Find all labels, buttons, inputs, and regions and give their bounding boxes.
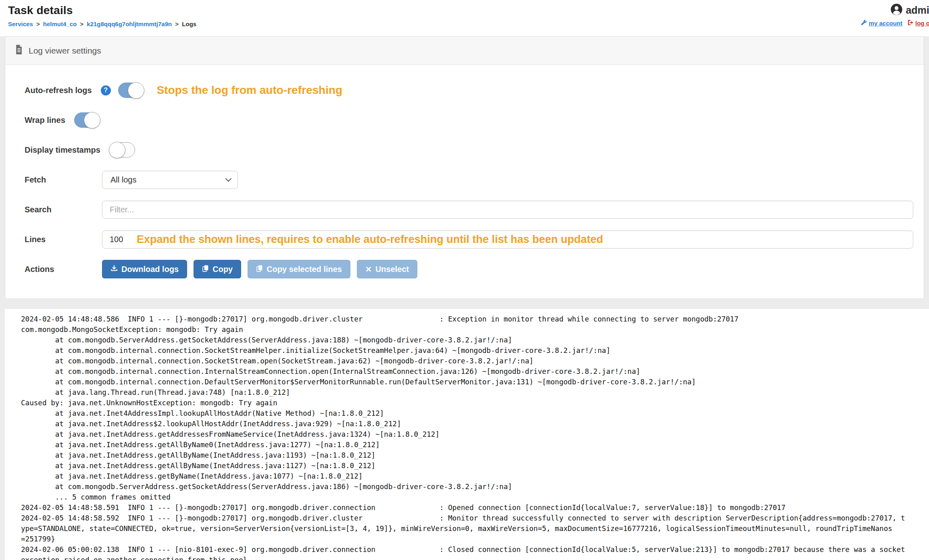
lines-input[interactable] <box>102 230 913 249</box>
user-name: admin <box>906 4 929 16</box>
x-icon: ✕ <box>365 265 372 274</box>
log-viewer-settings-card: Log viewer settings Auto-refresh logs ? … <box>5 36 924 299</box>
log-panel: 2024-02-05 14:48:48.586 INFO 1 --- [}-mo… <box>5 309 929 560</box>
auto-refresh-toggle[interactable] <box>118 83 144 98</box>
top-header: Task details Services > helmut4_co > k21… <box>0 0 929 36</box>
unselect-button[interactable]: ✕Unselect <box>357 260 417 278</box>
display-timestamps-label: Display timestamps <box>25 145 100 155</box>
breadcrumb-link[interactable]: helmut4_co <box>43 21 77 27</box>
action-buttons: Download logsCopyCopy selected lines✕Uns… <box>102 260 417 278</box>
fetch-select[interactable]: All logs <box>102 171 238 189</box>
fetch-label: Fetch <box>25 175 102 185</box>
row-auto-refresh: Auto-refresh logs ? Stops the log from a… <box>25 81 918 100</box>
row-search: Search <box>25 200 918 219</box>
my-account-link[interactable]: my account <box>861 19 902 27</box>
copy-icon <box>256 265 263 274</box>
copy-selected-lines-button[interactable]: Copy selected lines <box>248 260 350 278</box>
log-out-link[interactable]: log out <box>907 19 929 27</box>
copy-icon <box>202 265 209 274</box>
card-header: Log viewer settings <box>5 37 924 65</box>
breadcrumb-link[interactable]: Services <box>8 21 33 27</box>
log-output[interactable]: 2024-02-05 14:48:48.586 INFO 1 --- [}-mo… <box>21 314 929 560</box>
copy-button[interactable]: Copy <box>194 260 241 278</box>
log-out-icon <box>907 19 914 27</box>
breadcrumb: Services > helmut4_co > k21g8qqq6g7ohljt… <box>8 21 929 27</box>
row-actions: Actions Download logsCopyCopy selected l… <box>25 260 918 278</box>
row-wrap-lines: Wrap lines <box>25 111 918 129</box>
wrap-lines-toggle[interactable] <box>74 112 100 128</box>
auto-refresh-label: Auto-refresh logs <box>25 86 92 95</box>
breadcrumb-current: Logs <box>182 21 196 27</box>
page-title: Task details <box>8 4 929 17</box>
auto-refresh-annotation: Stops the log from auto-refreshing <box>157 84 342 97</box>
card-title: Log viewer settings <box>29 46 101 56</box>
user-avatar-icon <box>890 3 903 17</box>
help-icon[interactable]: ? <box>101 85 111 95</box>
card-body: Auto-refresh logs ? Stops the log from a… <box>5 65 924 299</box>
download-icon <box>110 265 118 274</box>
row-fetch: Fetch All logs <box>25 170 918 189</box>
wrap-lines-label: Wrap lines <box>25 116 65 125</box>
document-icon <box>15 45 23 56</box>
search-input[interactable] <box>102 201 913 219</box>
display-timestamps-toggle[interactable] <box>109 142 135 158</box>
wrench-icon <box>861 19 867 27</box>
lines-label: Lines <box>25 235 102 244</box>
row-display-timestamps: Display timestamps <box>25 141 918 159</box>
user-block: admin my account log out <box>861 3 929 27</box>
download-logs-button[interactable]: Download logs <box>102 260 187 278</box>
actions-label: Actions <box>25 265 102 274</box>
breadcrumb-link[interactable]: k21g8qqq6g7ohljtmmmtj7a9n <box>87 21 172 27</box>
search-label: Search <box>25 205 102 214</box>
row-lines: Lines Expand the shown lines, requires t… <box>25 230 918 249</box>
